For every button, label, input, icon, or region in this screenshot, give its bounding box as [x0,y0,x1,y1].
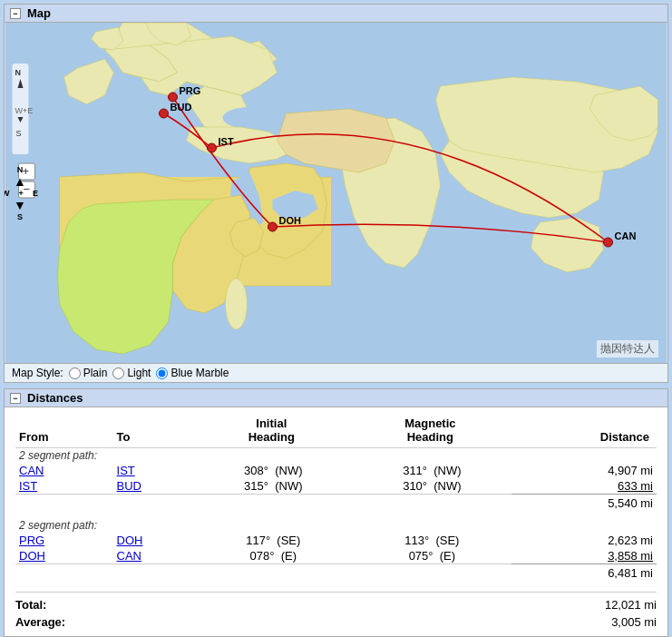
map-svg: PRG BUD IST DOH CAN + − [5,23,667,363]
map-style-light[interactable]: Light [112,367,151,379]
svg-point-30 [208,143,217,152]
map-style-bluemarble[interactable]: Blue Marble [156,367,229,379]
initial-315: 315° (NW) [194,478,353,495]
distances-collapse-btn[interactable]: − [10,393,21,404]
svg-point-8 [223,107,278,129]
to-can: CAN [113,548,194,564]
distances-header: − Distances [5,389,667,407]
distances-title: Distances [27,391,83,405]
average-value: 3,005 mi [584,615,657,629]
svg-text:DOH: DOH [279,215,302,226]
magnetic-310: 310° (NW) [353,478,511,495]
to-ist: IST [113,463,194,478]
magnetic-113: 113° (SE) [353,533,511,548]
map-title: Map [27,6,51,20]
total-row: Total: 12,021 mi [15,598,657,612]
initial-117: 117° (SE) [194,533,353,548]
total-label: Total: [15,598,88,612]
svg-point-28 [160,109,169,118]
svg-point-26 [169,93,178,102]
can-link-2[interactable]: CAN [117,549,141,563]
to-bud: BUD [113,478,194,495]
average-row: Average: 3,005 mi [15,615,657,629]
average-label: Average: [15,615,88,629]
col-distance: Distance [511,415,657,448]
subtotal-1-row: 5,540 mi [15,495,657,512]
map-header: − Map [5,5,667,23]
map-style-plain-label: Plain [83,367,108,379]
svg-text:CAN: CAN [615,230,637,241]
subtotal-2-row: 6,481 mi [15,564,657,582]
watermark: 抛因特达人 [597,340,658,358]
from-ist: IST [15,478,113,495]
map-style-bar: Map Style: Plain Light Blue Marble [5,363,667,382]
distances-section: − Distances From To InitialHeading Magne… [4,388,668,637]
magnetic-311: 311° (NW) [353,463,511,478]
dist-4907: 4,907 mi [511,463,657,478]
total-value: 12,021 mi [584,598,657,612]
bud-link-1[interactable]: BUD [117,479,141,493]
segment-2-label: 2 segment path: [15,518,657,533]
main-container: − Map N ▲ W + E ▼ S [0,0,672,637]
to-doh: DOH [113,533,194,548]
distances-table: From To InitialHeading MagneticHeading D… [15,415,657,581]
distances-content: From To InitialHeading MagneticHeading D… [5,407,667,636]
map-style-plain[interactable]: Plain [69,367,108,379]
from-prg: PRG [15,533,113,548]
magnetic-075: 075° (E) [353,548,511,564]
map-style-label: Map Style: [12,367,63,379]
initial-078: 078° (E) [194,548,353,564]
map-style-bluemarble-radio[interactable] [156,368,168,379]
totals-section: Total: 12,021 mi Average: 3,005 mi [15,592,657,629]
col-magnetic: MagneticHeading [353,415,511,448]
svg-text:BUD: BUD [170,102,192,113]
map-style-plain-radio[interactable] [69,368,81,379]
map-style-bluemarble-label: Blue Marble [170,367,229,379]
map-style-light-radio[interactable] [112,368,124,379]
table-row: IST BUD 315° (NW) 310° (NW) 633 mi [15,478,657,495]
subtotal-1: 5,540 mi [511,495,657,512]
svg-text:W+E: W+E [15,106,34,115]
ist-link-2[interactable]: IST [19,479,37,493]
col-from: From [15,415,113,448]
map-container: N ▲ W + E ▼ S [5,23,667,363]
doh-link-1[interactable]: DOH [117,534,143,547]
initial-308: 308° (NW) [194,463,353,478]
ist-link-1[interactable]: IST [117,464,135,477]
svg-text:PRG: PRG [180,85,201,96]
svg-text:N: N [15,68,22,77]
svg-text:S: S [16,129,22,138]
col-initial: InitialHeading [194,415,353,448]
prg-link[interactable]: PRG [19,534,44,547]
from-doh: DOH [15,548,113,564]
dist-3858: 3,858 mi [511,548,657,564]
svg-point-34 [604,238,613,247]
table-row: PRG DOH 117° (SE) 113° (SE) 2,623 mi [15,533,657,548]
segment-1-label-row: 2 segment path: [15,448,657,464]
map-collapse-btn[interactable]: − [10,8,21,19]
dist-2623: 2,623 mi [511,533,657,548]
map-style-light-label: Light [127,367,151,379]
svg-point-32 [268,222,278,231]
can-link[interactable]: CAN [19,464,44,477]
spacer-row [15,511,657,518]
segment-1-label: 2 segment path: [15,448,657,464]
from-can: CAN [15,463,113,478]
segment-2-label-row: 2 segment path: [15,518,657,533]
dist-633: 633 mi [511,478,657,495]
svg-text:IST: IST [219,136,234,147]
svg-point-25 [226,279,248,329]
map-section: − Map N ▲ W + E ▼ S [4,4,668,383]
subtotal-2: 6,481 mi [511,564,657,582]
table-row: DOH CAN 078° (E) 075° (E) 3,858 mi [15,548,657,564]
compass-rose: N ▲ W + E ▼ S [12,165,28,221]
table-row: CAN IST 308° (NW) 311° (NW) 4,907 mi [15,463,657,478]
doh-link-2[interactable]: DOH [19,549,45,563]
col-to: To [113,415,194,448]
